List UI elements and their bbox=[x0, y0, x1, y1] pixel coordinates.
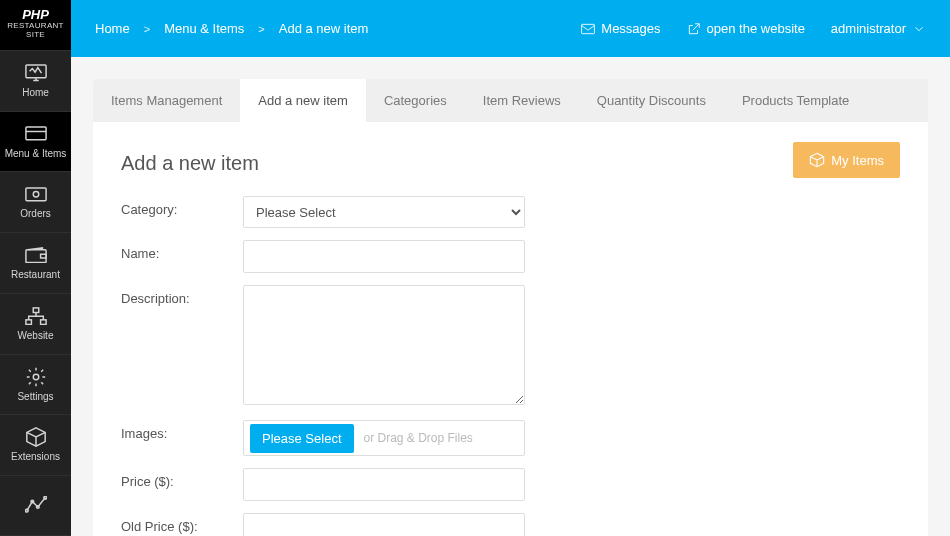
svg-point-10 bbox=[25, 510, 28, 513]
svg-rect-5 bbox=[25, 250, 45, 263]
my-items-label: My Items bbox=[831, 153, 884, 168]
sidebar-item-extensions[interactable]: Extensions bbox=[0, 414, 71, 475]
breadcrumb-sep: > bbox=[258, 23, 264, 35]
images-select-button[interactable]: Please Select bbox=[250, 424, 354, 453]
svg-point-4 bbox=[33, 192, 38, 197]
external-link-icon bbox=[687, 22, 701, 36]
description-textarea[interactable] bbox=[243, 285, 525, 405]
old-price-label: Old Price ($): bbox=[121, 513, 243, 534]
images-hint: or Drag & Drop Files bbox=[364, 431, 473, 445]
open-website-label: open the website bbox=[707, 21, 805, 36]
cube-icon bbox=[809, 152, 825, 168]
breadcrumb: Home > Menu & Items > Add a new item bbox=[95, 21, 368, 36]
sidebar-item-label: Restaurant bbox=[11, 269, 60, 280]
page-title: Add a new item bbox=[121, 152, 259, 175]
name-input[interactable] bbox=[243, 240, 525, 273]
open-website-link[interactable]: open the website bbox=[687, 21, 805, 36]
svg-rect-7 bbox=[25, 320, 30, 325]
sitemap-icon bbox=[25, 307, 47, 325]
sidebar-item-menu-items[interactable]: Menu & Items bbox=[0, 111, 71, 172]
sidebar-item-label: Settings bbox=[17, 391, 53, 402]
tab-add-new-item[interactable]: Add a new item bbox=[240, 79, 366, 122]
logo-line3: SITE bbox=[2, 31, 69, 40]
logo: PHP RESTAURANT SITE bbox=[0, 0, 71, 50]
tab-items-management[interactable]: Items Management bbox=[93, 79, 240, 122]
svg-rect-14 bbox=[582, 24, 595, 33]
my-items-button[interactable]: My Items bbox=[793, 142, 900, 178]
messages-link[interactable]: Messages bbox=[581, 21, 660, 36]
content: Items Management Add a new item Categori… bbox=[71, 57, 950, 536]
topbar: Home > Menu & Items > Add a new item Mes… bbox=[71, 0, 950, 57]
sidebar-item-restaurant[interactable]: Restaurant bbox=[0, 232, 71, 293]
messages-label: Messages bbox=[601, 21, 660, 36]
images-label: Images: bbox=[121, 420, 243, 441]
sidebar-item-label: Website bbox=[18, 330, 54, 341]
sidebar-item-settings[interactable]: Settings bbox=[0, 354, 71, 415]
tab-quantity-discounts[interactable]: Quantity Discounts bbox=[579, 79, 724, 122]
money-icon bbox=[25, 185, 47, 203]
mail-icon bbox=[581, 22, 595, 36]
main: Home > Menu & Items > Add a new item Mes… bbox=[71, 0, 950, 536]
sidebar-item-label: Extensions bbox=[11, 451, 60, 462]
sidebar-item-home[interactable]: Home bbox=[0, 50, 71, 111]
svg-rect-6 bbox=[33, 308, 38, 313]
name-label: Name: bbox=[121, 240, 243, 261]
description-label: Description: bbox=[121, 285, 243, 306]
wallet-icon bbox=[25, 246, 47, 264]
tab-products-template[interactable]: Products Template bbox=[724, 79, 867, 122]
breadcrumb-home[interactable]: Home bbox=[95, 21, 130, 36]
price-input[interactable] bbox=[243, 468, 525, 501]
old-price-input[interactable] bbox=[243, 513, 525, 536]
svg-rect-3 bbox=[25, 188, 45, 201]
sidebar-item-label: Menu & Items bbox=[5, 148, 67, 159]
cube-icon bbox=[25, 428, 47, 446]
chevron-down-icon bbox=[912, 22, 926, 36]
sidebar-item-website[interactable]: Website bbox=[0, 293, 71, 354]
sidebar-item-label: Home bbox=[22, 87, 49, 98]
breadcrumb-add-item[interactable]: Add a new item bbox=[279, 21, 369, 36]
category-select[interactable]: Please Select bbox=[243, 196, 525, 228]
breadcrumb-sep: > bbox=[144, 23, 150, 35]
logo-line1: PHP bbox=[2, 8, 69, 22]
user-menu[interactable]: administrator bbox=[831, 21, 926, 36]
tab-categories[interactable]: Categories bbox=[366, 79, 465, 122]
sidebar-item-orders[interactable]: Orders bbox=[0, 171, 71, 232]
svg-rect-1 bbox=[25, 127, 45, 140]
images-dropzone[interactable]: Please Select or Drag & Drop Files bbox=[243, 420, 525, 456]
topbar-right: Messages open the website administrator bbox=[581, 21, 926, 36]
sidebar: PHP RESTAURANT SITE Home Menu & Items Or… bbox=[0, 0, 71, 536]
svg-rect-8 bbox=[40, 320, 45, 325]
tabs: Items Management Add a new item Categori… bbox=[93, 79, 928, 122]
monitor-icon bbox=[25, 64, 47, 82]
category-label: Category: bbox=[121, 196, 243, 217]
sidebar-item-analytics[interactable] bbox=[0, 475, 71, 536]
svg-point-9 bbox=[33, 374, 39, 380]
analytics-icon bbox=[25, 497, 47, 515]
gear-icon bbox=[25, 368, 47, 386]
breadcrumb-menu-items[interactable]: Menu & Items bbox=[164, 21, 244, 36]
card-icon bbox=[25, 125, 47, 143]
tab-item-reviews[interactable]: Item Reviews bbox=[465, 79, 579, 122]
panel: Add a new item My Items Category: Please… bbox=[93, 122, 928, 536]
user-label: administrator bbox=[831, 21, 906, 36]
sidebar-item-label: Orders bbox=[20, 208, 51, 219]
price-label: Price ($): bbox=[121, 468, 243, 489]
